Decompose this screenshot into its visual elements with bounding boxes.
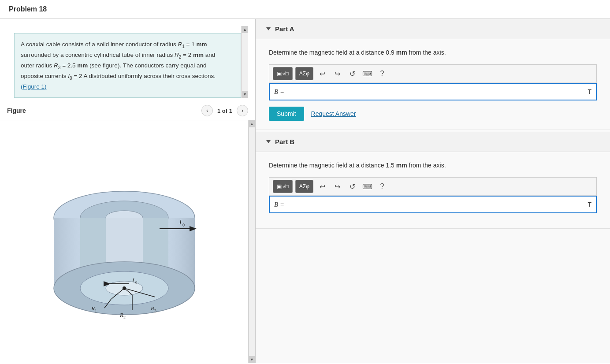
redo-button-a[interactable]: ↪ bbox=[331, 67, 343, 80]
part-b-unit: T bbox=[583, 197, 596, 212]
part-a-action-row: Submit Request Answer bbox=[269, 107, 597, 121]
part-a-toolbar: ▣ √□ ΑΣφ ↩ ↪ ↺ ⌨ ? bbox=[269, 64, 597, 83]
part-a-unit: T bbox=[583, 85, 596, 99]
part-b-title: Part B bbox=[275, 138, 294, 145]
right-panel: Part A Determine the magnetic field at a… bbox=[256, 19, 610, 363]
svg-text:3: 3 bbox=[154, 308, 156, 313]
reset-button-a[interactable]: ↺ bbox=[346, 67, 358, 80]
figure-nav: ‹ 1 of 1 › bbox=[201, 105, 248, 116]
scroll-down-arrow[interactable]: ▼ bbox=[242, 91, 248, 98]
part-b-toolbar: ▣ √□ ΑΣφ ↩ ↪ ↺ ⌨ ? bbox=[269, 177, 597, 196]
svg-text:1: 1 bbox=[95, 308, 97, 313]
part-b-section: Part B Determine the magnetic field at a… bbox=[256, 132, 610, 229]
part-a-description: Determine the magnetic field at a distan… bbox=[269, 48, 597, 57]
svg-text:R: R bbox=[91, 305, 95, 312]
part-a-header[interactable]: Part A bbox=[256, 19, 610, 39]
keyboard-button-b[interactable]: ⌨ bbox=[361, 180, 373, 193]
part-a-body: Determine the magnetic field at a distan… bbox=[256, 39, 610, 130]
keyboard-button-a[interactable]: ⌨ bbox=[361, 67, 373, 80]
problem-text: A coaxial cable consists of a solid inne… bbox=[14, 33, 241, 98]
scroll-up-arrow[interactable]: ▲ bbox=[242, 26, 248, 33]
figure-count: 1 of 1 bbox=[217, 108, 232, 114]
redo-button-b[interactable]: ↪ bbox=[331, 180, 343, 193]
problem-title: Problem 18 bbox=[9, 5, 47, 13]
part-b-chevron bbox=[266, 140, 271, 143]
matrix-icon-a: ▣ bbox=[277, 71, 282, 77]
part-a-chevron bbox=[266, 27, 271, 30]
matrix-button-a[interactable]: ▣ √□ bbox=[273, 67, 293, 80]
part-a-title: Part A bbox=[275, 25, 294, 33]
figure-scrollbar: ▲ ▼ bbox=[248, 120, 255, 363]
figure-image-area: I 0 I 0 R 1 R bbox=[0, 120, 255, 363]
help-button-a[interactable]: ? bbox=[376, 67, 388, 80]
fig-scroll-up[interactable]: ▲ bbox=[249, 120, 255, 127]
help-button-b[interactable]: ? bbox=[376, 180, 388, 193]
svg-text:0: 0 bbox=[182, 223, 185, 227]
svg-text:R: R bbox=[150, 305, 154, 312]
fig-scroll-down[interactable]: ▼ bbox=[249, 356, 255, 363]
part-b-answer-input[interactable] bbox=[289, 197, 583, 212]
part-a-section: Part A Determine the magnetic field at a… bbox=[256, 19, 610, 130]
matrix-icon-b: ▣ bbox=[277, 183, 282, 189]
part-b-header[interactable]: Part B bbox=[256, 132, 610, 152]
svg-text:I: I bbox=[132, 277, 134, 283]
figure-header: Figure ‹ 1 of 1 › bbox=[0, 101, 255, 120]
reset-button-b[interactable]: ↺ bbox=[346, 180, 358, 193]
figure-image-container: I 0 I 0 R 1 R bbox=[0, 120, 248, 363]
submit-button-a[interactable]: Submit bbox=[269, 107, 304, 121]
part-a-answer-input[interactable] bbox=[289, 84, 583, 100]
symbol-button-b[interactable]: ΑΣφ bbox=[295, 180, 313, 193]
figure-link[interactable]: (Figure 1) bbox=[21, 83, 47, 90]
left-panel: A coaxial cable consists of a solid inne… bbox=[0, 19, 256, 363]
undo-button-a[interactable]: ↩ bbox=[316, 67, 328, 80]
request-answer-a[interactable]: Request Answer bbox=[311, 110, 356, 117]
coaxial-figure: I 0 I 0 R 1 R bbox=[23, 160, 226, 323]
part-b-description: Determine the magnetic field at a distan… bbox=[269, 161, 597, 170]
matrix-button-b[interactable]: ▣ √□ bbox=[273, 180, 293, 193]
svg-text:R: R bbox=[119, 312, 123, 318]
part-b-answer-label: B = bbox=[270, 197, 289, 212]
svg-text:0: 0 bbox=[135, 280, 138, 285]
page-header: Problem 18 bbox=[0, 0, 610, 19]
svg-text:2: 2 bbox=[123, 315, 126, 320]
part-b-body: Determine the magnetic field at a distan… bbox=[256, 152, 610, 228]
prev-figure-button[interactable]: ‹ bbox=[201, 105, 213, 116]
next-figure-button[interactable]: › bbox=[237, 105, 248, 116]
part-a-answer-label: B = bbox=[270, 85, 289, 99]
symbol-button-a[interactable]: ΑΣφ bbox=[295, 67, 313, 80]
undo-button-b[interactable]: ↩ bbox=[316, 180, 328, 193]
figure-label: Figure bbox=[7, 107, 26, 114]
